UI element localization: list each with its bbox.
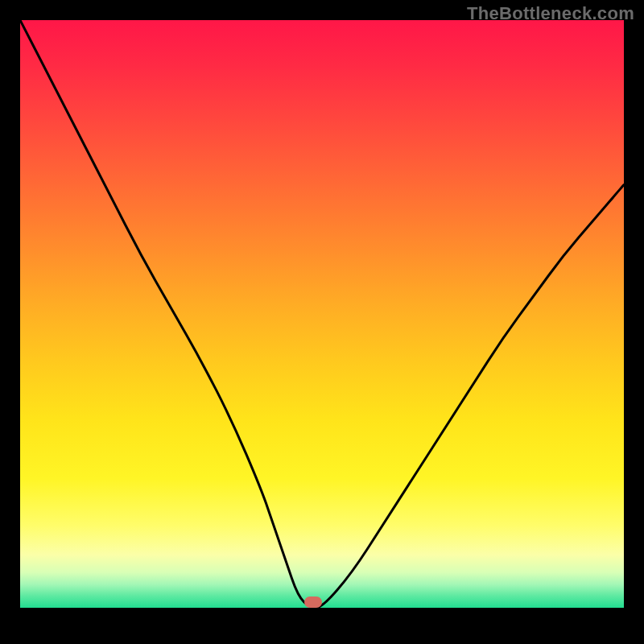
chart-frame: TheBottleneck.com xyxy=(0,0,644,644)
plot-area xyxy=(20,20,624,608)
optimal-point-marker xyxy=(304,597,322,608)
bottleneck-curve xyxy=(20,20,624,608)
watermark-text: TheBottleneck.com xyxy=(467,3,634,24)
